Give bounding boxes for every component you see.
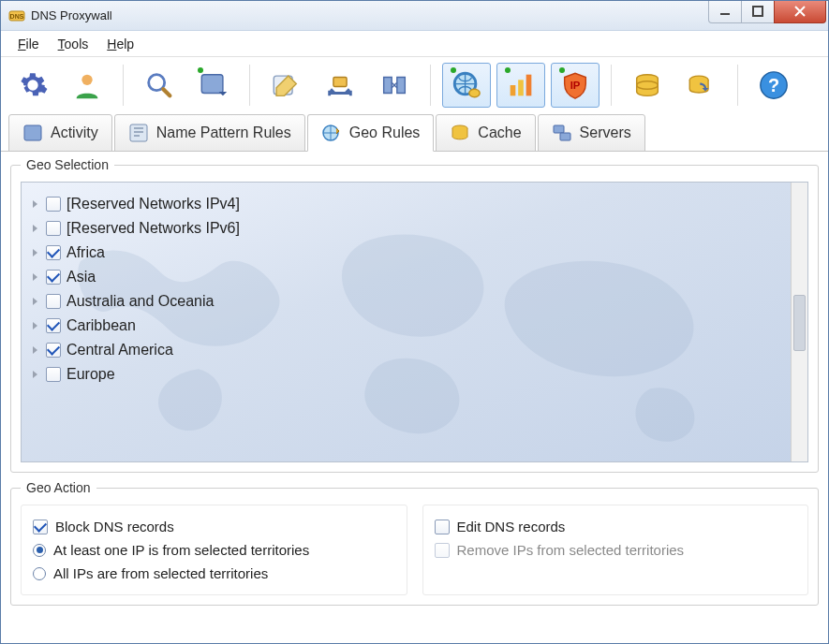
- geo-item-label: [Reserved Networks IPv4]: [67, 196, 240, 212]
- geo-item[interactable]: Asia: [29, 265, 800, 289]
- geo-action-legend: Geo Action: [21, 480, 96, 495]
- expand-icon[interactable]: [31, 199, 40, 209]
- activity-icon: [22, 123, 43, 143]
- pattern-icon: [128, 123, 149, 143]
- geo-item-label: Europe: [67, 366, 115, 383]
- expand-icon[interactable]: [31, 345, 40, 355]
- close-button[interactable]: [774, 1, 826, 23]
- geo-item-label: Africa: [67, 244, 105, 261]
- geo-checkbox[interactable]: [46, 343, 61, 358]
- remove-ips-row: Remove IPs from selected territories: [435, 538, 797, 562]
- settings-button[interactable]: [8, 63, 57, 108]
- scrollbar-thumb[interactable]: [793, 295, 806, 351]
- scrollbar[interactable]: [791, 183, 807, 461]
- block-dns-checkbox[interactable]: [33, 520, 48, 534]
- tab-label: Name Pattern Rules: [156, 124, 291, 141]
- all-ips-label: All IPs are from selected territories: [53, 565, 268, 581]
- geo-checkbox[interactable]: [46, 294, 61, 309]
- remove-ips-label: Remove IPs from selected territories: [457, 542, 685, 558]
- tab-geo-rules[interactable]: Geo Rules: [307, 114, 435, 152]
- servers-icon: [552, 123, 572, 143]
- geo-item[interactable]: Australia and Oceania: [29, 289, 800, 314]
- tab-servers[interactable]: Servers: [538, 114, 645, 152]
- svg-rect-8: [333, 78, 347, 87]
- cache-icon: [450, 123, 470, 143]
- svg-rect-25: [560, 133, 570, 140]
- geo-checkbox[interactable]: [46, 245, 61, 260]
- geo-item[interactable]: [Reserved Networks IPv6]: [29, 216, 800, 241]
- svg-rect-12: [518, 80, 524, 95]
- minimize-button[interactable]: [708, 1, 742, 23]
- app-icon: DNS: [8, 7, 25, 24]
- geo-checkbox[interactable]: [46, 318, 61, 333]
- all-ips-radio[interactable]: [33, 567, 46, 580]
- expand-icon[interactable]: [31, 224, 40, 233]
- edit-column: Edit DNS records Remove IPs from selecte…: [422, 505, 809, 595]
- geo-item[interactable]: Central America: [29, 338, 800, 362]
- expand-icon[interactable]: [31, 248, 40, 257]
- edit-button[interactable]: [261, 63, 310, 108]
- tab-label: Activity: [51, 124, 98, 141]
- edit-dns-row[interactable]: Edit DNS records: [435, 515, 797, 538]
- geo-action-group: Geo Action Block DNS records At least on…: [10, 480, 819, 606]
- remove-ips-checkbox: [435, 543, 450, 558]
- geo-list-box: [Reserved Networks IPv4][Reserved Networ…: [21, 182, 808, 462]
- tab-label: Servers: [580, 124, 631, 141]
- geo-item[interactable]: Africa: [29, 241, 800, 265]
- network-button[interactable]: [316, 63, 364, 108]
- geo-item[interactable]: Caribbean: [29, 314, 800, 338]
- expand-icon[interactable]: [31, 370, 40, 379]
- ip-block-button[interactable]: IP: [551, 63, 600, 108]
- geo-checkbox[interactable]: [46, 270, 61, 285]
- menu-file[interactable]: File: [10, 35, 47, 53]
- geo-item-label: Central America: [67, 342, 173, 359]
- expand-icon[interactable]: [31, 321, 40, 330]
- block-dns-row[interactable]: Block DNS records: [33, 515, 395, 538]
- tab-bar: Activity Name Pattern Rules Geo Rules Ca…: [1, 113, 828, 152]
- content-area: Geo Selection [Reserved Networks IPv4][R…: [1, 152, 828, 643]
- geo-item-label: Asia: [67, 269, 96, 285]
- app-window: DNS DNS Proxywall File Tools Help IP ?: [0, 0, 829, 644]
- user-button[interactable]: [63, 63, 111, 108]
- tab-name-pattern[interactable]: Name Pattern Rules: [114, 114, 305, 152]
- geo-checkbox[interactable]: [46, 221, 61, 236]
- tab-label: Geo Rules: [349, 124, 421, 141]
- globe-button[interactable]: [442, 63, 491, 108]
- chart-button[interactable]: [496, 63, 545, 108]
- help-button[interactable]: ?: [749, 63, 798, 108]
- geo-item-label: Caribbean: [67, 317, 136, 334]
- at-least-one-row[interactable]: At least one IP is from selected territo…: [33, 538, 395, 562]
- geo-item-label: [Reserved Networks IPv6]: [67, 220, 240, 237]
- edit-dns-checkbox[interactable]: [435, 520, 450, 534]
- cache-button[interactable]: [623, 63, 672, 108]
- map-button[interactable]: [370, 63, 419, 108]
- refresh-cache-button[interactable]: [677, 63, 726, 108]
- geo-item[interactable]: [Reserved Networks IPv4]: [29, 192, 800, 216]
- at-least-one-radio[interactable]: [33, 544, 46, 557]
- all-ips-row[interactable]: All IPs are from selected territories: [33, 562, 395, 585]
- block-column: Block DNS records At least one IP is fro…: [21, 505, 407, 595]
- menubar: File Tools Help: [1, 31, 828, 57]
- tab-cache[interactable]: Cache: [436, 114, 535, 152]
- svg-text:IP: IP: [570, 80, 581, 91]
- expand-icon[interactable]: [31, 272, 40, 282]
- svg-rect-21: [130, 124, 147, 141]
- geo-checkbox[interactable]: [46, 367, 61, 382]
- geo-item[interactable]: Europe: [29, 362, 800, 387]
- maximize-button[interactable]: [741, 1, 775, 23]
- svg-text:?: ?: [768, 75, 779, 95]
- geo-checkbox[interactable]: [46, 197, 61, 212]
- geo-icon: [321, 123, 342, 143]
- search-button[interactable]: [135, 63, 184, 108]
- app-title: DNS Proxywall: [31, 8, 112, 22]
- at-least-one-label: At least one IP is from selected territo…: [53, 542, 309, 558]
- geo-selection-legend: Geo Selection: [21, 157, 114, 172]
- svg-point-4: [81, 75, 92, 85]
- geo-list: [Reserved Networks IPv4][Reserved Networ…: [22, 183, 807, 396]
- menu-help[interactable]: Help: [99, 35, 141, 53]
- block-dns-label: Block DNS records: [55, 519, 174, 534]
- window-dropdown-button[interactable]: [189, 63, 238, 108]
- menu-tools[interactable]: Tools: [51, 35, 96, 53]
- tab-activity[interactable]: Activity: [8, 114, 112, 152]
- expand-icon[interactable]: [31, 297, 40, 306]
